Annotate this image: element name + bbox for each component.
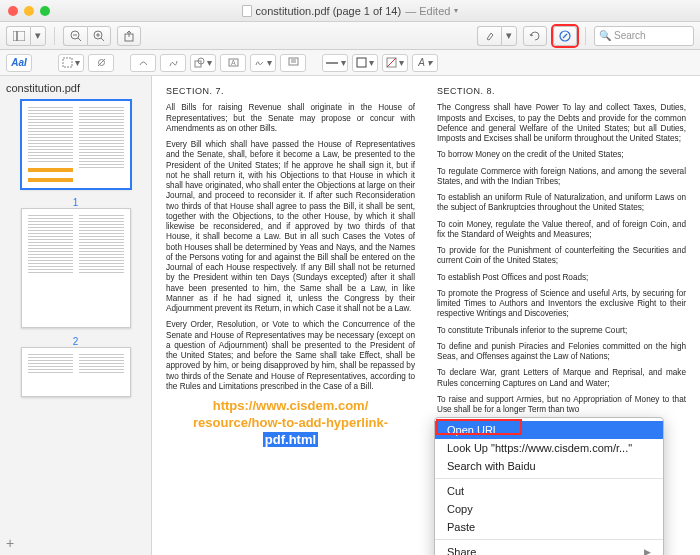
window-title-text: constitution.pdf (page 1 of 14) <box>256 5 402 17</box>
section-7-heading: SECTION. 7. <box>166 86 415 97</box>
svg-rect-1 <box>17 31 25 41</box>
highlight-button[interactable] <box>477 26 501 46</box>
main-toolbar: ▾ ▾ 🔍 Search <box>0 22 700 50</box>
section-8-heading: SECTION. 8. <box>437 86 686 97</box>
section-8-p2: To borrow Money on the credit of the Uni… <box>437 150 686 160</box>
zoom-out-button[interactable] <box>63 26 87 46</box>
context-menu-copy[interactable]: Copy <box>435 500 663 518</box>
shapes-button[interactable]: ▾ <box>190 54 216 72</box>
url-annotation[interactable]: https://www.cisdem.com/ resource/how-to-… <box>166 398 415 449</box>
context-menu-share[interactable]: Share▶ <box>435 543 663 555</box>
markup-toolbar: AaI ▾ ▾ A ▾ ▾ ▾ ▾ A▾ <box>0 50 700 76</box>
share-button[interactable] <box>117 26 141 46</box>
thumbnail-1-label: 1 <box>6 197 145 208</box>
context-menu-open-url[interactable]: Open URL <box>435 421 663 439</box>
section-7-p2: Every Bill which shall have passed the H… <box>166 140 415 314</box>
sign-button[interactable]: ▾ <box>250 54 276 72</box>
font-button[interactable]: A▾ <box>412 54 438 72</box>
context-menu-search-baidu[interactable]: Search with Baidu <box>435 457 663 475</box>
context-menu-look-up[interactable]: Look Up "https://www.cisdem.com/r..." <box>435 439 663 457</box>
highlight-dropdown[interactable]: ▾ <box>501 26 517 46</box>
section-8-p10: To define and punish Piracies and Feloni… <box>437 342 686 363</box>
url-line2: resource/how-to-add-hyperlink- <box>193 415 388 430</box>
draw-tool-button[interactable] <box>160 54 186 72</box>
context-menu-cut[interactable]: Cut <box>435 482 663 500</box>
section-8-p5: To coin Money, regulate the Value thereo… <box>437 220 686 241</box>
rotate-button[interactable] <box>523 26 547 46</box>
window-title-edited: — Edited <box>405 5 450 17</box>
section-8-p6: To provide for the Punishment of counter… <box>437 246 686 267</box>
svg-rect-12 <box>63 58 72 67</box>
add-page-button[interactable]: + <box>6 535 14 551</box>
context-menu-paste[interactable]: Paste <box>435 518 663 536</box>
instant-alpha-button[interactable] <box>88 54 114 72</box>
section-8-p4: To establish an uniform Rule of Naturali… <box>437 193 686 214</box>
window-title: constitution.pdf (page 1 of 14) — Edited… <box>0 5 700 17</box>
url-line1: https://www.cisdem.com/ <box>213 398 369 413</box>
search-field[interactable]: 🔍 Search <box>594 26 694 46</box>
section-8-p7: To establish Post Offices and post Roads… <box>437 273 686 283</box>
context-menu: Open URL Look Up "https://www.cisdem.com… <box>434 417 664 555</box>
thumbnail-2-label: 2 <box>6 336 145 347</box>
section-7-p3: Every Order, Resolution, or Vote to whic… <box>166 320 415 392</box>
svg-rect-23 <box>357 58 366 67</box>
zoom-in-button[interactable] <box>87 26 111 46</box>
titlebar: constitution.pdf (page 1 of 14) — Edited… <box>0 0 700 22</box>
search-placeholder: Search <box>614 30 646 41</box>
submenu-arrow-icon: ▶ <box>644 547 651 555</box>
search-icon: 🔍 <box>599 30 611 41</box>
sidebar-doc-title: constitution.pdf <box>6 82 145 94</box>
context-menu-separator <box>435 539 663 540</box>
sketch-tool-button[interactable] <box>130 54 156 72</box>
document-icon <box>242 5 252 17</box>
fill-color-button[interactable]: ▾ <box>382 54 408 72</box>
section-8-p11: To declare War, grant Letters of Marque … <box>437 368 686 389</box>
section-8-p3: To regulate Commerce with foreign Nation… <box>437 167 686 188</box>
svg-line-3 <box>78 38 81 41</box>
context-menu-separator <box>435 478 663 479</box>
page-thumbnail-1[interactable] <box>21 100 131 189</box>
section-8-p1: The Congress shall have Power To lay and… <box>437 103 686 144</box>
view-mode-button[interactable] <box>6 26 30 46</box>
page-thumbnail-2[interactable] <box>21 208 131 328</box>
text-style-button[interactable]: AaI <box>6 54 32 72</box>
page-left-column: SECTION. 7. All Bills for raising Revenu… <box>166 86 415 449</box>
section-8-p12: To raise and support Armies, but no Appr… <box>437 395 686 416</box>
selection-tool-button[interactable]: ▾ <box>58 54 84 72</box>
note-button[interactable] <box>280 54 306 72</box>
text-tool-button[interactable]: A <box>220 54 246 72</box>
section-7-p1: All Bills for raising Revenue shall orig… <box>166 103 415 134</box>
page-thumbnail-3[interactable] <box>21 347 131 397</box>
border-color-button[interactable]: ▾ <box>352 54 378 72</box>
section-8-p9: To constitute Tribunals inferior to the … <box>437 326 686 336</box>
svg-rect-0 <box>13 31 17 41</box>
svg-line-6 <box>101 38 104 41</box>
page-right-column: SECTION. 8. The Congress shall have Powe… <box>437 86 686 449</box>
markup-button[interactable] <box>553 26 577 46</box>
url-line3-selected: pdf.html <box>263 432 318 447</box>
title-dropdown-icon[interactable]: ▾ <box>454 6 458 15</box>
border-style-button[interactable]: ▾ <box>322 54 348 72</box>
section-8-p8: To promote the Progress of Science and u… <box>437 289 686 320</box>
thumbnail-sidebar: constitution.pdf 1 2 + <box>0 76 152 555</box>
view-mode-dropdown[interactable]: ▾ <box>30 26 46 46</box>
svg-text:A: A <box>231 59 236 66</box>
